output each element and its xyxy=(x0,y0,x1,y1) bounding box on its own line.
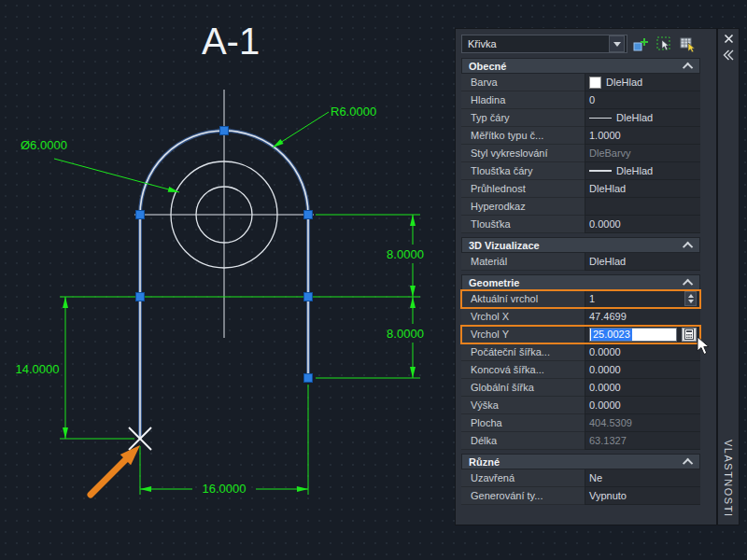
calculator-icon[interactable] xyxy=(682,328,697,342)
prop-value-plocha: 404.5309 xyxy=(585,414,700,432)
palette-titlebar: VLASTNOSTI xyxy=(717,28,740,525)
prop-row-hyperodkaz: Hyperodkaz xyxy=(461,198,700,216)
prop-value-generovani[interactable]: Vypnuto xyxy=(585,487,700,505)
section-header-ruzne[interactable]: Různé xyxy=(461,454,700,469)
prop-row-pocatecni-sirka: Počáteční šířka... 0.0000 xyxy=(461,343,700,361)
prop-row-styl-vykreslovani: Styl vykreslování DleBarvy xyxy=(461,145,700,162)
select-objects-icon[interactable] xyxy=(654,35,674,53)
grip-right-end[interactable] xyxy=(304,374,313,383)
prop-row-plocha: Plocha 404.5309 xyxy=(461,414,700,432)
dim-right-upper-label: 8.0000 xyxy=(387,247,424,261)
prop-value-globalni-sirka[interactable]: 0.0000 xyxy=(585,379,700,397)
drawing-title: A-1 xyxy=(202,21,260,62)
prop-value-tloustka-cary[interactable]: DleHlad xyxy=(585,162,700,180)
prop-row-globalni-sirka: Globální šířka 0.0000 xyxy=(461,379,700,397)
vertex-spinner[interactable] xyxy=(684,291,697,306)
prop-row-barva: Barva DleHlad xyxy=(461,74,700,91)
grip-arc-top[interactable] xyxy=(220,127,229,135)
prop-value-pocatecni-sirka[interactable]: 0.0000 xyxy=(585,343,700,361)
grip-right-top[interactable] xyxy=(304,211,313,219)
palette-toolbar: Křivka xyxy=(461,34,711,54)
chevron-up-icon xyxy=(683,62,693,72)
prop-value-hladina[interactable]: 0 xyxy=(585,91,700,109)
prop-row-aktualni-vrchol: Aktuální vrchol 1 xyxy=(461,290,700,308)
prop-value-styl-vykreslovani: DleBarvy xyxy=(585,145,700,162)
prop-value-barva[interactable]: DleHlad xyxy=(585,74,700,91)
grip-right-mid[interactable] xyxy=(304,293,313,301)
properties-palette: Křivka Obecné xyxy=(455,28,717,525)
dim-right-lower[interactable]: 8.0000 xyxy=(316,297,424,378)
prop-value-pruhlednost[interactable]: DleHlad xyxy=(585,180,700,198)
prop-value-uzavrena[interactable]: Ne xyxy=(585,469,700,487)
linetype-sample xyxy=(589,118,612,119)
prop-value-hyperodkaz[interactable] xyxy=(585,198,700,216)
chevron-up-icon xyxy=(683,241,693,251)
pickadd-toggle-icon[interactable] xyxy=(630,35,651,53)
section-header-obecne[interactable]: Obecné xyxy=(461,58,700,74)
prop-value-vyska[interactable]: 0.0000 xyxy=(585,397,700,414)
section-header-geometrie[interactable]: Geometrie xyxy=(461,274,700,290)
section-header-3d-vizualizace[interactable]: 3D Vizualizace xyxy=(461,237,700,253)
object-type-value: Křivka xyxy=(468,38,497,49)
dim-left-label: 14.0000 xyxy=(16,362,60,376)
dim-diameter-label: Ø6.0000 xyxy=(21,138,67,152)
prop-row-generovani: Generování ty... Vypnuto xyxy=(461,487,700,505)
quick-select-icon[interactable] xyxy=(677,35,698,53)
prop-row-uzavrena: Uzavřená Ne xyxy=(461,469,700,487)
chevron-up-icon xyxy=(683,457,693,468)
dim-radius-label: R6.0000 xyxy=(331,105,376,119)
dim-radius-leader[interactable]: R6.0000 xyxy=(273,105,376,147)
grip-left-mid[interactable] xyxy=(136,293,145,301)
lineweight-sample xyxy=(589,170,612,172)
dim-bottom-label: 16.0000 xyxy=(203,482,247,496)
prop-value-material[interactable]: DleHlad xyxy=(585,253,700,271)
dim-bottom[interactable]: 16.0000 xyxy=(140,385,308,496)
vertex-y-input[interactable]: 25.0023 xyxy=(589,328,677,342)
prop-value-koncova-sirka[interactable]: 0.0000 xyxy=(585,361,700,379)
prop-value-aktualni-vrchol[interactable]: 1 xyxy=(585,290,700,308)
chevron-up-icon xyxy=(683,278,693,288)
chevron-down-icon[interactable] xyxy=(609,35,625,52)
prop-value-typ-cary[interactable]: DleHlad xyxy=(585,109,700,127)
annotation-arrow xyxy=(91,445,140,495)
autohide-icon[interactable] xyxy=(723,49,735,61)
prop-value-vrchol-x[interactable]: 47.4699 xyxy=(585,308,700,326)
property-grid: Obecné Barva DleHlad Hladina 0 Typ čáry … xyxy=(461,58,700,505)
mouse-cursor-icon xyxy=(697,336,712,356)
prop-row-delka: Délka 63.1327 xyxy=(461,432,700,450)
prop-value-delka: 63.1327 xyxy=(585,432,700,450)
prop-value-meritko[interactable]: 1.0000 xyxy=(585,127,700,145)
prop-row-tloustka: Tloušťka 0.0000 xyxy=(461,216,700,233)
prop-row-tloustka-cary: Tloušťka čáry DleHlad xyxy=(461,162,700,180)
dim-left[interactable]: 14.0000 xyxy=(16,297,135,439)
color-swatch xyxy=(589,77,601,89)
prop-row-hladina: Hladina 0 xyxy=(461,91,700,109)
close-icon[interactable] xyxy=(724,34,734,44)
object-type-dropdown[interactable]: Křivka xyxy=(461,35,627,53)
dim-right-lower-label: 8.0000 xyxy=(387,327,424,341)
prop-value-vrchol-y[interactable]: 25.0023 xyxy=(585,326,700,343)
prop-row-pruhlednost: Průhlednost DleHlad xyxy=(461,180,700,198)
dim-right-upper[interactable]: 8.0000 xyxy=(60,215,424,297)
prop-row-vrchol-x: Vrchol X 47.4699 xyxy=(461,308,700,326)
prop-row-typ-cary: Typ čáry DleHlad xyxy=(461,109,700,127)
prop-row-koncova-sirka: Koncová šířka... 0.0000 xyxy=(461,361,700,379)
prop-row-vrchol-y: Vrchol Y 25.0023 xyxy=(461,326,700,343)
prop-row-meritko: Měřítko typu č... 1.0000 xyxy=(461,127,700,145)
prop-value-tloustka[interactable]: 0.0000 xyxy=(585,216,700,233)
palette-tab-title[interactable]: VLASTNOSTI xyxy=(723,440,734,517)
prop-row-material: Materiál DleHlad xyxy=(461,253,700,271)
prop-row-vyska: Výška 0.0000 xyxy=(461,397,700,414)
grip-left-top[interactable] xyxy=(136,211,145,219)
